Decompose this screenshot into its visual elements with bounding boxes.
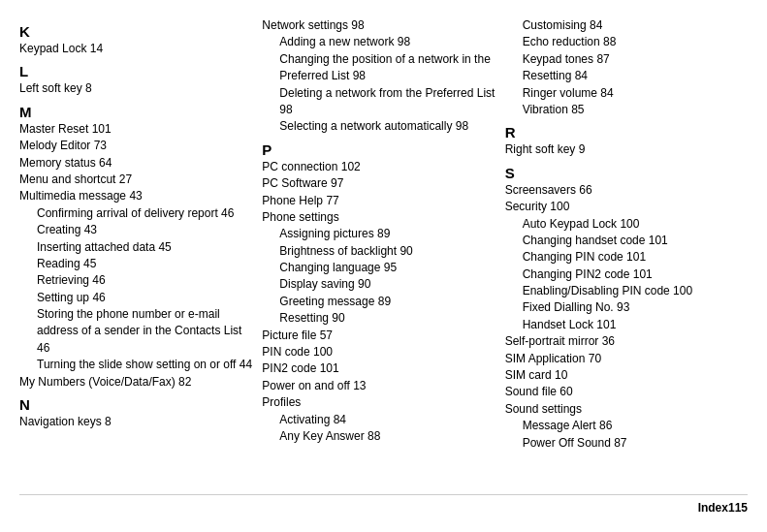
index-entry: Self-portrait mirror 36 bbox=[505, 333, 738, 350]
index-entry: Fixed Dialling No. 93 bbox=[505, 299, 738, 316]
index-entry: Setting up 46 bbox=[19, 290, 252, 306]
footer-label: Index bbox=[698, 501, 728, 515]
index-entry: Creating 43 bbox=[19, 222, 252, 238]
index-entry: Sound file 60 bbox=[505, 384, 738, 400]
index-entry: Screensavers 66 bbox=[505, 182, 738, 199]
index-entry: Message Alert 86 bbox=[505, 418, 738, 434]
index-entry: Selecting a network automatically 98 bbox=[262, 118, 495, 135]
page: KKeypad Lock 14LLeft soft key 8MMaster R… bbox=[0, 0, 767, 532]
section-letter-n: N bbox=[19, 396, 252, 413]
index-entry: Retrieving 46 bbox=[19, 272, 252, 289]
index-entry: Changing the position of a network in th… bbox=[262, 51, 495, 85]
index-entry: My Numbers (Voice/Data/Fax) 82 bbox=[19, 374, 252, 391]
index-entry: Vibration 85 bbox=[505, 102, 738, 118]
index-entry: Multimedia message 43 bbox=[19, 188, 252, 204]
index-entry: Adding a new network 98 bbox=[262, 34, 495, 50]
index-entry: Storing the phone number or e-mail addre… bbox=[19, 306, 252, 357]
section-letter-p: P bbox=[262, 141, 495, 158]
index-entry: Right soft key 9 bbox=[505, 141, 738, 158]
index-entry: Keypad tones 87 bbox=[505, 51, 738, 68]
index-entry: Turning the slide show setting on or off… bbox=[19, 357, 252, 373]
index-entry: Ringer volume 84 bbox=[505, 85, 738, 102]
index-entry: Profiles bbox=[262, 394, 495, 411]
index-entry: PC connection 102 bbox=[262, 159, 495, 175]
index-entry: Master Reset 101 bbox=[19, 121, 252, 138]
index-entry: Customising 84 bbox=[505, 17, 738, 34]
index-entry: SIM Application 70 bbox=[505, 351, 738, 367]
index-entry: Enabling/Disabling PIN code 100 bbox=[505, 283, 738, 299]
index-entry: Navigation keys 8 bbox=[19, 414, 252, 430]
index-entry: Phone Help 77 bbox=[262, 193, 495, 209]
index-entry: SIM card 10 bbox=[505, 367, 738, 384]
index-entry: Changing language 95 bbox=[262, 260, 495, 276]
index-entry: Memory status 64 bbox=[19, 155, 252, 172]
index-entry: Changing PIN code 101 bbox=[505, 249, 738, 266]
index-entry: Sound settings bbox=[505, 401, 738, 418]
index-entry: Echo reduction 88 bbox=[505, 34, 738, 50]
index-entry: Confirming arrival of delivery report 46 bbox=[19, 205, 252, 222]
index-entry: Left soft key 8 bbox=[19, 80, 252, 97]
index-entry: Inserting attached data 45 bbox=[19, 239, 252, 256]
footer-page: 115 bbox=[728, 501, 748, 515]
section-letter-k: K bbox=[19, 23, 252, 40]
index-entry: Assigning pictures 89 bbox=[262, 226, 495, 242]
footer: Index 115 bbox=[19, 494, 748, 515]
index-entry: Menu and shortcut 27 bbox=[19, 172, 252, 188]
index-entry: Any Key Answer 88 bbox=[262, 428, 495, 445]
index-entry: PIN2 code 101 bbox=[262, 360, 495, 377]
index-entry: Phone settings bbox=[262, 209, 495, 226]
col2: Network settings 98Adding a new network … bbox=[262, 17, 504, 490]
index-entry: Picture file 57 bbox=[262, 328, 495, 344]
index-entry: Changing PIN2 code 101 bbox=[505, 266, 738, 283]
index-entry: Resetting 90 bbox=[262, 310, 495, 327]
col3: Customising 84Echo reduction 88Keypad to… bbox=[505, 17, 748, 490]
index-entry: Handset Lock 101 bbox=[505, 317, 738, 333]
col1: KKeypad Lock 14LLeft soft key 8MMaster R… bbox=[19, 17, 262, 490]
section-letter-s: S bbox=[505, 165, 738, 181]
index-entry: PC Software 97 bbox=[262, 175, 495, 192]
index-entry: Brightness of backlight 90 bbox=[262, 243, 495, 260]
section-letter-l: L bbox=[19, 63, 252, 79]
section-letter-r: R bbox=[505, 124, 738, 141]
index-entry: Greeting message 89 bbox=[262, 294, 495, 310]
index-entry: Security 100 bbox=[505, 199, 738, 215]
index-entry: Keypad Lock 14 bbox=[19, 41, 252, 57]
index-entry: Power Off Sound 87 bbox=[505, 435, 738, 452]
index-entry: Power on and off 13 bbox=[262, 378, 495, 394]
index-entry: Melody Editor 73 bbox=[19, 138, 252, 154]
index-entry: PIN code 100 bbox=[262, 344, 495, 360]
index-entry: Reading 45 bbox=[19, 256, 252, 272]
index-entry: Auto Keypad Lock 100 bbox=[505, 216, 738, 233]
index-entry: Network settings 98 bbox=[262, 17, 495, 34]
index-entry: Display saving 90 bbox=[262, 276, 495, 293]
index-entry: Activating 84 bbox=[262, 412, 495, 428]
columns: KKeypad Lock 14LLeft soft key 8MMaster R… bbox=[19, 17, 748, 490]
index-entry: Resetting 84 bbox=[505, 68, 738, 84]
section-letter-m: M bbox=[19, 104, 252, 120]
index-entry: Deleting a network from the Preferred Li… bbox=[262, 85, 495, 119]
index-entry: Changing handset code 101 bbox=[505, 233, 738, 249]
